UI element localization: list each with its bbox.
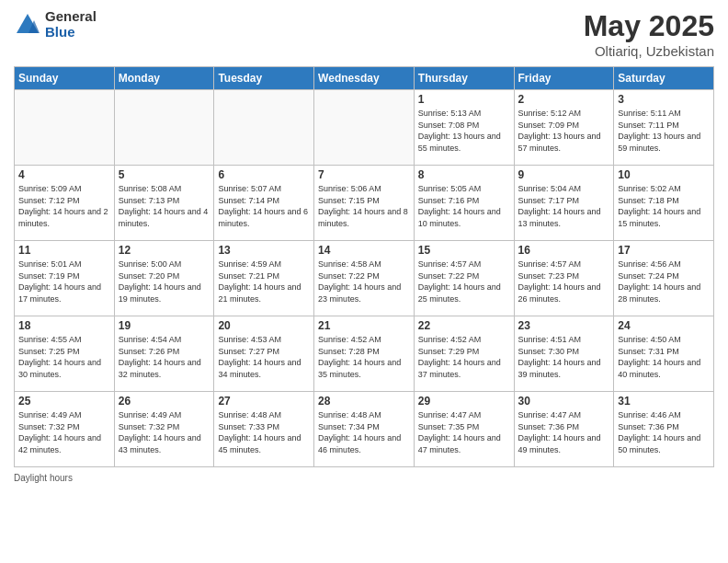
calendar-cell: 11Sunrise: 5:01 AM Sunset: 7:19 PM Dayli… bbox=[15, 241, 115, 316]
calendar-cell: 25Sunrise: 4:49 AM Sunset: 7:32 PM Dayli… bbox=[15, 392, 115, 467]
logo-general-text: General bbox=[45, 9, 97, 25]
day-info: Sunrise: 5:05 AM Sunset: 7:16 PM Dayligh… bbox=[418, 183, 510, 229]
day-number: 9 bbox=[518, 168, 610, 181]
day-number: 22 bbox=[418, 319, 510, 332]
day-number: 7 bbox=[318, 168, 410, 181]
calendar-cell: 2Sunrise: 5:12 AM Sunset: 7:09 PM Daylig… bbox=[514, 90, 614, 166]
calendar-cell: 12Sunrise: 5:00 AM Sunset: 7:20 PM Dayli… bbox=[114, 241, 214, 316]
calendar-cell: 21Sunrise: 4:52 AM Sunset: 7:28 PM Dayli… bbox=[314, 316, 415, 392]
calendar-cell: 29Sunrise: 4:47 AM Sunset: 7:35 PM Dayli… bbox=[414, 392, 514, 467]
calendar-header-row: SundayMondayTuesdayWednesdayThursdayFrid… bbox=[15, 67, 714, 90]
calendar-header-thursday: Thursday bbox=[414, 67, 514, 90]
day-number: 28 bbox=[318, 395, 410, 408]
day-info: Sunrise: 5:13 AM Sunset: 7:08 PM Dayligh… bbox=[418, 108, 510, 154]
day-info: Sunrise: 4:58 AM Sunset: 7:22 PM Dayligh… bbox=[318, 259, 410, 304]
day-info: Sunrise: 4:50 AM Sunset: 7:31 PM Dayligh… bbox=[618, 334, 710, 380]
title-location: Oltiariq, Uzbekistan bbox=[584, 43, 714, 59]
calendar-cell: 31Sunrise: 4:46 AM Sunset: 7:36 PM Dayli… bbox=[614, 392, 714, 467]
day-number: 16 bbox=[518, 244, 610, 257]
calendar-cell bbox=[15, 90, 115, 166]
day-number: 11 bbox=[18, 244, 110, 257]
day-info: Sunrise: 5:01 AM Sunset: 7:19 PM Dayligh… bbox=[18, 259, 110, 304]
calendar-cell bbox=[314, 90, 415, 166]
calendar-cell: 17Sunrise: 4:56 AM Sunset: 7:24 PM Dayli… bbox=[614, 241, 714, 316]
day-info: Sunrise: 4:57 AM Sunset: 7:22 PM Dayligh… bbox=[418, 259, 510, 304]
day-number: 4 bbox=[18, 168, 110, 181]
day-info: Sunrise: 4:48 AM Sunset: 7:34 PM Dayligh… bbox=[318, 409, 410, 455]
day-info: Sunrise: 5:04 AM Sunset: 7:17 PM Dayligh… bbox=[518, 183, 610, 229]
day-info: Sunrise: 4:52 AM Sunset: 7:29 PM Dayligh… bbox=[418, 334, 510, 380]
day-info: Sunrise: 5:12 AM Sunset: 7:09 PM Dayligh… bbox=[518, 108, 610, 154]
calendar-cell: 28Sunrise: 4:48 AM Sunset: 7:34 PM Dayli… bbox=[314, 392, 415, 467]
calendar-cell: 5Sunrise: 5:08 AM Sunset: 7:13 PM Daylig… bbox=[114, 166, 214, 241]
calendar-cell: 19Sunrise: 4:54 AM Sunset: 7:26 PM Dayli… bbox=[114, 316, 214, 392]
day-info: Sunrise: 5:11 AM Sunset: 7:11 PM Dayligh… bbox=[618, 108, 710, 154]
calendar-cell: 24Sunrise: 4:50 AM Sunset: 7:31 PM Dayli… bbox=[614, 316, 714, 392]
calendar-cell: 26Sunrise: 4:49 AM Sunset: 7:32 PM Dayli… bbox=[114, 392, 214, 467]
calendar-cell: 6Sunrise: 5:07 AM Sunset: 7:14 PM Daylig… bbox=[214, 166, 314, 241]
calendar-cell: 10Sunrise: 5:02 AM Sunset: 7:18 PM Dayli… bbox=[614, 166, 714, 241]
calendar-cell: 22Sunrise: 4:52 AM Sunset: 7:29 PM Dayli… bbox=[414, 316, 514, 392]
day-number: 17 bbox=[618, 244, 710, 257]
day-number: 10 bbox=[618, 168, 710, 181]
day-info: Sunrise: 5:00 AM Sunset: 7:20 PM Dayligh… bbox=[119, 259, 210, 304]
day-info: Sunrise: 5:08 AM Sunset: 7:13 PM Dayligh… bbox=[119, 183, 210, 229]
day-number: 3 bbox=[618, 93, 710, 106]
day-number: 14 bbox=[318, 244, 410, 257]
title-month: May 2025 bbox=[584, 9, 714, 43]
calendar-cell: 14Sunrise: 4:58 AM Sunset: 7:22 PM Dayli… bbox=[314, 241, 415, 316]
day-number: 25 bbox=[18, 395, 110, 408]
calendar-cell: 3Sunrise: 5:11 AM Sunset: 7:11 PM Daylig… bbox=[614, 90, 714, 166]
calendar-header-sunday: Sunday bbox=[15, 67, 115, 90]
calendar-header-friday: Friday bbox=[514, 67, 614, 90]
day-number: 21 bbox=[318, 319, 410, 332]
calendar-cell: 18Sunrise: 4:55 AM Sunset: 7:25 PM Dayli… bbox=[15, 316, 115, 392]
calendar-cell: 4Sunrise: 5:09 AM Sunset: 7:12 PM Daylig… bbox=[15, 166, 115, 241]
calendar-cell: 27Sunrise: 4:48 AM Sunset: 7:33 PM Dayli… bbox=[214, 392, 314, 467]
day-info: Sunrise: 4:49 AM Sunset: 7:32 PM Dayligh… bbox=[119, 409, 210, 455]
day-info: Sunrise: 4:47 AM Sunset: 7:35 PM Dayligh… bbox=[418, 409, 510, 455]
day-number: 15 bbox=[418, 244, 510, 257]
calendar-header-wednesday: Wednesday bbox=[314, 67, 415, 90]
logo-text: General Blue bbox=[45, 9, 97, 40]
calendar-cell: 15Sunrise: 4:57 AM Sunset: 7:22 PM Dayli… bbox=[414, 241, 514, 316]
calendar-cell bbox=[214, 90, 314, 166]
calendar-header-tuesday: Tuesday bbox=[214, 67, 314, 90]
day-number: 26 bbox=[119, 395, 210, 408]
calendar-cell: 30Sunrise: 4:47 AM Sunset: 7:36 PM Dayli… bbox=[514, 392, 614, 467]
calendar-week-3: 18Sunrise: 4:55 AM Sunset: 7:25 PM Dayli… bbox=[15, 316, 714, 392]
calendar-header-monday: Monday bbox=[114, 67, 214, 90]
day-info: Sunrise: 4:59 AM Sunset: 7:21 PM Dayligh… bbox=[218, 259, 310, 304]
calendar-header-saturday: Saturday bbox=[614, 67, 714, 90]
day-info: Sunrise: 4:51 AM Sunset: 7:30 PM Dayligh… bbox=[518, 334, 610, 380]
calendar-cell: 20Sunrise: 4:53 AM Sunset: 7:27 PM Dayli… bbox=[214, 316, 314, 392]
header: General Blue May 2025 Oltiariq, Uzbekist… bbox=[14, 9, 714, 59]
day-info: Sunrise: 4:52 AM Sunset: 7:28 PM Dayligh… bbox=[318, 334, 410, 380]
day-info: Sunrise: 4:49 AM Sunset: 7:32 PM Dayligh… bbox=[18, 409, 110, 455]
footer-text: Daylight hours bbox=[14, 473, 73, 483]
day-number: 5 bbox=[119, 168, 210, 181]
logo-blue-text: Blue bbox=[45, 25, 97, 40]
day-info: Sunrise: 5:06 AM Sunset: 7:15 PM Dayligh… bbox=[318, 183, 410, 229]
day-number: 27 bbox=[218, 395, 310, 408]
calendar-cell: 9Sunrise: 5:04 AM Sunset: 7:17 PM Daylig… bbox=[514, 166, 614, 241]
calendar-cell: 1Sunrise: 5:13 AM Sunset: 7:08 PM Daylig… bbox=[414, 90, 514, 166]
day-number: 18 bbox=[18, 319, 110, 332]
calendar-cell: 7Sunrise: 5:06 AM Sunset: 7:15 PM Daylig… bbox=[314, 166, 415, 241]
day-number: 13 bbox=[218, 244, 310, 257]
day-number: 12 bbox=[119, 244, 210, 257]
calendar-week-1: 4Sunrise: 5:09 AM Sunset: 7:12 PM Daylig… bbox=[15, 166, 714, 241]
day-info: Sunrise: 4:47 AM Sunset: 7:36 PM Dayligh… bbox=[518, 409, 610, 455]
day-number: 2 bbox=[518, 93, 610, 106]
calendar-week-4: 25Sunrise: 4:49 AM Sunset: 7:32 PM Dayli… bbox=[15, 392, 714, 467]
day-number: 23 bbox=[518, 319, 610, 332]
day-info: Sunrise: 5:02 AM Sunset: 7:18 PM Dayligh… bbox=[618, 183, 710, 229]
calendar-cell bbox=[114, 90, 214, 166]
day-info: Sunrise: 5:07 AM Sunset: 7:14 PM Dayligh… bbox=[218, 183, 310, 229]
day-number: 6 bbox=[218, 168, 310, 181]
day-number: 8 bbox=[418, 168, 510, 181]
day-info: Sunrise: 4:55 AM Sunset: 7:25 PM Dayligh… bbox=[18, 334, 110, 380]
day-number: 29 bbox=[418, 395, 510, 408]
day-info: Sunrise: 5:09 AM Sunset: 7:12 PM Dayligh… bbox=[18, 183, 110, 229]
calendar-cell: 8Sunrise: 5:05 AM Sunset: 7:16 PM Daylig… bbox=[414, 166, 514, 241]
